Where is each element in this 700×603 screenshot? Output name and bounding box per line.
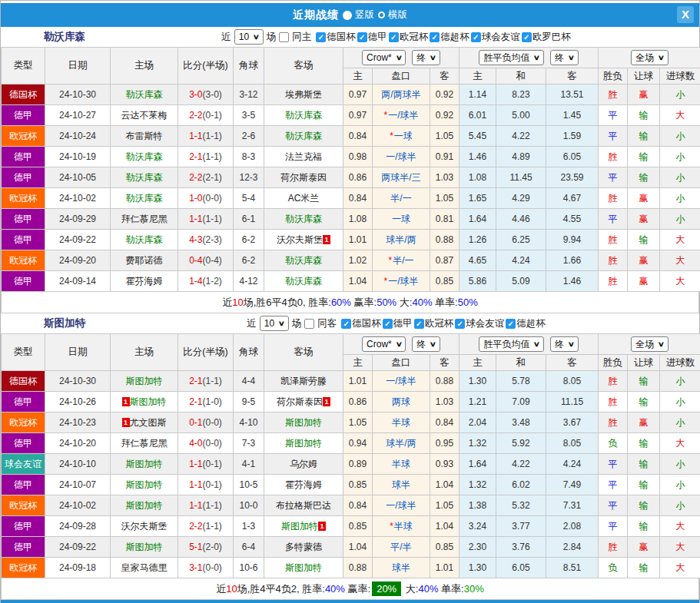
checkbox-checked-icon[interactable]: ✓ bbox=[522, 32, 532, 42]
checkbox-checked-icon[interactable]: ✓ bbox=[389, 32, 399, 42]
home-odds-cell: 0.97 bbox=[343, 105, 373, 126]
home-team-name: 斯图加特 bbox=[126, 479, 163, 490]
away-team-name: 勒沃库森 bbox=[285, 276, 322, 287]
goals-cell: 小 bbox=[660, 84, 700, 105]
window-title: 近期战绩 bbox=[293, 8, 339, 22]
checkbox-checked-icon[interactable]: ✓ bbox=[471, 32, 481, 42]
handicap-value: 两球半/三 bbox=[381, 172, 420, 183]
checkbox-checked-icon[interactable]: ✓ bbox=[383, 319, 393, 329]
halftime-score: (0-4) bbox=[203, 255, 222, 266]
halftime-score: (0-1) bbox=[203, 110, 222, 121]
odds-stage-select[interactable]: 终∨ bbox=[412, 336, 440, 352]
away-odds-cell: 0.87 bbox=[430, 250, 459, 271]
same-venue-checkbox[interactable] bbox=[279, 32, 289, 42]
away-odds-cell: 1.04 bbox=[430, 475, 459, 495]
summary-segment: 10 bbox=[226, 583, 237, 595]
date-cell: 24-10-02 bbox=[45, 495, 111, 516]
away-team-cell: 荷尔斯泰因 bbox=[264, 167, 343, 188]
away-team-name: 斯图加特 bbox=[285, 438, 322, 449]
league-filter[interactable]: ✓球会友谊 bbox=[471, 31, 520, 44]
corner-cell: 6-2 bbox=[234, 250, 264, 271]
col-avg-draw: 和 bbox=[496, 68, 546, 84]
checkbox-checked-icon[interactable]: ✓ bbox=[506, 319, 516, 329]
chevron-down-icon: ∨ bbox=[533, 340, 540, 348]
scope-select[interactable]: 全场∨ bbox=[631, 50, 668, 65]
type-cell: 德甲 bbox=[2, 271, 45, 292]
radio-portrait[interactable]: 竖版 bbox=[343, 8, 374, 22]
result-cell: 平 bbox=[599, 126, 628, 147]
odds-group-header: Crow*∨ 终∨ bbox=[343, 48, 459, 68]
checkbox-checked-icon[interactable]: ✓ bbox=[341, 319, 351, 329]
score-cell: 0-1(0-0) bbox=[178, 412, 234, 433]
league-filter[interactable]: ✓德国杯 bbox=[316, 31, 356, 44]
checkbox-checked-icon[interactable]: ✓ bbox=[357, 32, 367, 42]
odds-stage-select[interactable]: 终∨ bbox=[412, 50, 440, 65]
league-filter[interactable]: ✓德甲 bbox=[383, 317, 413, 330]
checkbox-checked-icon[interactable]: ✓ bbox=[430, 32, 440, 42]
goals-cell: 大 bbox=[660, 230, 700, 250]
league-filter[interactable]: ✓欧冠杯 bbox=[414, 317, 454, 330]
result-cell: 胜 bbox=[599, 537, 628, 558]
avg-away-cell: 1.59 bbox=[546, 126, 599, 147]
date-cell: 24-10-02 bbox=[45, 188, 111, 209]
result-cell: 平 bbox=[599, 105, 628, 126]
checkbox-checked-icon[interactable]: ✓ bbox=[414, 319, 424, 329]
scope-select[interactable]: 全场∨ bbox=[631, 336, 668, 352]
score-cell: 1-4(1-2) bbox=[178, 271, 234, 292]
checkbox-checked-icon[interactable]: ✓ bbox=[455, 319, 465, 329]
home-odds-cell: 1.02 bbox=[343, 250, 373, 271]
avg-draw-cell: 5.92 bbox=[496, 433, 546, 454]
bookmaker-select[interactable]: Crow*∨ bbox=[362, 336, 406, 352]
halftime-score: (1-1) bbox=[203, 500, 222, 511]
recent-count-select[interactable]: 10 ∨ bbox=[234, 29, 264, 45]
league-filter[interactable]: ✓德国杯 bbox=[341, 317, 381, 330]
home-team-name: 斯图加特 bbox=[130, 396, 167, 407]
red-card-badge: 1 bbox=[323, 397, 330, 406]
fulltime-score: 1-1 bbox=[189, 479, 202, 490]
halftime-score: (1-2) bbox=[203, 276, 222, 287]
score-cell: 2-2(0-1) bbox=[178, 105, 234, 126]
away-team-cell: 斯图加特 bbox=[264, 558, 343, 578]
league-filter[interactable]: ✓球会友谊 bbox=[455, 317, 504, 330]
bookmaker-select[interactable]: Crow*∨ bbox=[362, 50, 406, 65]
avg-type-select[interactable]: 胜平负均值∨ bbox=[479, 336, 544, 352]
col-odds-away: 客 bbox=[430, 68, 459, 84]
league-filter[interactable]: ✓德超杯 bbox=[430, 31, 469, 44]
avg-type-select[interactable]: 胜平负均值∨ bbox=[479, 50, 544, 65]
corner-cell: 6-2 bbox=[234, 230, 264, 250]
summary-segment: 20% bbox=[372, 581, 401, 596]
home-team-name: 勒沃库森 bbox=[126, 151, 163, 162]
checkbox-checked-icon[interactable]: ✓ bbox=[316, 32, 326, 42]
col-goals: 进球数 bbox=[660, 68, 700, 84]
recent-count-select[interactable]: 10 ∨ bbox=[260, 316, 289, 331]
radio-landscape[interactable]: 横版 bbox=[378, 8, 407, 22]
handicap-result-cell: 输 bbox=[628, 230, 660, 250]
col-handicap: 盘口 bbox=[373, 68, 430, 84]
home-team-name: 尤文图斯 bbox=[130, 417, 167, 428]
type-cell: 德甲 bbox=[2, 475, 45, 495]
away-odds-cell: 0.85 bbox=[430, 271, 459, 292]
league-filter[interactable]: ✓德超杯 bbox=[506, 317, 546, 330]
result-cell: 平 bbox=[599, 209, 628, 230]
league-filter[interactable]: ✓欧冠杯 bbox=[389, 31, 429, 44]
fulltime-score: 3-1 bbox=[189, 562, 202, 573]
avg-stage-select[interactable]: 终∨ bbox=[550, 50, 579, 65]
goals-cell: 大 bbox=[660, 105, 700, 126]
same-venue-checkbox[interactable] bbox=[304, 319, 314, 329]
avg-stage-select[interactable]: 终∨ bbox=[550, 336, 579, 352]
summary-segment: 50% bbox=[377, 297, 396, 308]
avg-home-cell: 4.65 bbox=[459, 250, 496, 271]
score-cell: 2-1(1-1) bbox=[178, 371, 234, 392]
league-filter[interactable]: ✓欧罗巴杯 bbox=[522, 31, 571, 44]
halftime-score: (2-0) bbox=[203, 542, 222, 552]
away-odds-cell: 0.88 bbox=[430, 230, 459, 250]
col-odds-away: 客 bbox=[430, 355, 459, 371]
close-button[interactable]: X bbox=[677, 6, 694, 23]
league-filter[interactable]: ✓德甲 bbox=[357, 31, 387, 44]
away-odds-cell: 0.84 bbox=[430, 412, 459, 433]
avg-draw-cell: 6.25 bbox=[496, 230, 546, 250]
score-cell: 1-1(0-1) bbox=[178, 475, 234, 495]
matches-table-0: 类型 日期 主场 比分(半场) 角球 客场 Crow*∨ 终∨ 胜平负均值∨ 终… bbox=[1, 47, 700, 292]
recent-label-prefix: 近 bbox=[247, 317, 257, 330]
date-cell: 24-10-07 bbox=[45, 475, 111, 495]
